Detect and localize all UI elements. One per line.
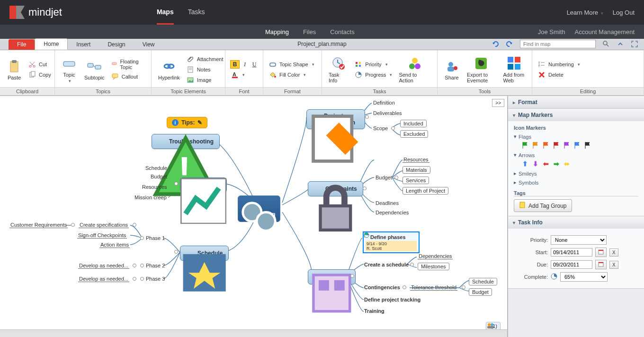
junction[interactable] [140, 236, 144, 240]
horizontal-scrollbar[interactable] [0, 329, 507, 337]
leaf-training[interactable]: Training [364, 308, 385, 314]
underline-button[interactable]: U [250, 60, 259, 69]
flag-orange-icon[interactable] [532, 142, 539, 149]
section-map-markers[interactable]: ▾Map Markers [508, 109, 644, 121]
priority-select[interactable]: None [551, 235, 607, 245]
junction[interactable] [391, 126, 395, 130]
collapse-panel-button[interactable]: >> [492, 99, 504, 107]
leaf-dev3[interactable]: Develop as needed... [78, 276, 129, 282]
learn-more-link[interactable]: Learn More ▾ [567, 9, 603, 16]
flag-black-icon[interactable] [584, 142, 591, 149]
flags-group[interactable]: ▾Flags [514, 133, 638, 140]
leaf-tracking-budget[interactable]: Budget [151, 174, 167, 179]
junction[interactable] [350, 274, 354, 278]
arrow-leftright-icon[interactable]: ⬌ [563, 160, 571, 168]
junction[interactable] [71, 223, 75, 227]
flag-green-icon[interactable] [521, 142, 529, 149]
junction[interactable] [410, 263, 414, 266]
leaf-dev2[interactable]: Develop as needed... [78, 263, 129, 269]
leaf-phase3[interactable]: Phase 3 [146, 276, 165, 282]
junction[interactable] [174, 182, 178, 186]
node-tracking[interactable]: Tracking [180, 177, 227, 193]
arrows-group[interactable]: ▾Arrows [514, 152, 638, 158]
nav-maps[interactable]: Maps [157, 0, 174, 25]
node-planning[interactable]: Planning [308, 269, 356, 284]
tab-insert[interactable]: Insert [68, 39, 99, 50]
leaf-create-schedule[interactable]: Create a schedule [364, 262, 409, 267]
flag-darkorange-icon[interactable] [542, 142, 550, 149]
leaf-contingencies[interactable]: Contingencies [364, 284, 400, 290]
share-button[interactable]: Share [442, 58, 461, 81]
priority-button[interactable]: Priority▾ [354, 60, 393, 69]
account-link[interactable]: Account Management [575, 28, 635, 35]
section-task-info[interactable]: ▾Task Info [508, 216, 644, 229]
leaf-materials[interactable]: Materials [402, 166, 430, 174]
leaf-deliverables[interactable]: Deliverables [373, 110, 402, 116]
flag-purple-icon[interactable] [563, 142, 571, 149]
floating-topic-button[interactable]: Floating Topic [110, 58, 146, 71]
add-tag-group-button[interactable]: Add Tag Group [514, 199, 572, 212]
due-cal-button[interactable] [595, 260, 607, 269]
evernote-button[interactable]: Export to Evernote [465, 55, 497, 84]
node-define-phases[interactable]: Define phases 9/14 - 9/20 R. Scott [363, 231, 420, 253]
leaf-deadlines[interactable]: Deadlines [376, 200, 399, 206]
send-to-action-button[interactable]: Send to Action [397, 55, 432, 84]
arrow-left-icon[interactable]: ⬅ [542, 160, 550, 168]
section-format[interactable]: ▸Format [508, 96, 644, 108]
junction[interactable] [133, 277, 136, 281]
node-central[interactable]: Project Plan [238, 195, 280, 222]
leaf-action-items[interactable]: Action items [99, 242, 130, 248]
leaf-excluded[interactable]: Excluded [400, 130, 428, 138]
junction[interactable] [402, 285, 406, 289]
mindmap-canvas[interactable]: iTips:✎ !Troubleshooting Tracking Schedu… [0, 96, 508, 337]
tab-file[interactable]: File [9, 39, 35, 50]
leaf-create-spec[interactable]: Create specifications [79, 222, 129, 228]
search-input[interactable] [520, 40, 596, 48]
leaf-tracking-mission[interactable]: Mission creep [134, 195, 167, 200]
leaf-length[interactable]: Length of Project [402, 187, 448, 195]
bold-button[interactable]: B [230, 60, 240, 69]
leaf-tol-budget[interactable]: Budget [469, 288, 492, 296]
leaf-included[interactable]: Included [400, 120, 427, 127]
progress-button[interactable]: Progress▾ [354, 71, 393, 79]
undo-icon[interactable] [492, 40, 499, 48]
leaf-scope[interactable]: Scope [373, 125, 388, 131]
cut-button[interactable]: Cut [27, 60, 52, 69]
leaf-phase1[interactable]: Phase 1 [146, 235, 165, 241]
nav-tasks[interactable]: Tasks [188, 0, 205, 25]
junction[interactable] [174, 250, 178, 254]
leaf-phase2[interactable]: Phase 2 [146, 263, 165, 268]
leaf-tolerance[interactable]: Tolerance threshold [410, 284, 457, 291]
topic-shape-button[interactable]: Topic Shape▾ [268, 60, 315, 69]
tips-callout[interactable]: iTips:✎ [167, 117, 207, 128]
symbols-group[interactable]: ▸Symbols [514, 179, 638, 186]
leaf-resources[interactable]: Resources [402, 157, 429, 163]
subnav-files[interactable]: Files [303, 28, 316, 35]
leaf-tracking-schedule[interactable]: Schedule [145, 165, 167, 171]
leaf-plan-dep[interactable]: Dependencies [418, 253, 453, 259]
subnav-mapping[interactable]: Mapping [265, 28, 289, 35]
user-name[interactable]: Joe Smith [538, 28, 565, 35]
attachment-button[interactable]: Attachment [186, 55, 224, 63]
subtopic-button[interactable]: Subtopic [82, 58, 107, 81]
image-button[interactable]: Image [186, 76, 224, 84]
logout-link[interactable]: Log Out [613, 9, 635, 16]
add-from-web-button[interactable]: Add from Web [501, 55, 527, 84]
junction[interactable] [462, 285, 465, 289]
copy-button[interactable]: Copy [27, 71, 52, 79]
arrow-up-icon[interactable]: ⬆ [521, 160, 529, 168]
leaf-tracking-resources[interactable]: Resources [142, 184, 167, 190]
leaf-cust-req[interactable]: Customer Requirements [9, 222, 68, 228]
notes-button[interactable]: Notes [186, 65, 224, 74]
hyperlink-button[interactable]: Hyperlink [156, 58, 182, 81]
topic-button[interactable]: Topic▾ [60, 55, 79, 84]
italic-button[interactable]: I [241, 60, 249, 69]
node-project-description[interactable]: Project Description [306, 109, 365, 129]
junction[interactable] [363, 186, 367, 190]
arrow-right-icon[interactable]: ➡ [553, 160, 560, 168]
delete-button[interactable]: Delete [537, 71, 581, 79]
start-cal-button[interactable] [595, 248, 607, 257]
flag-blue-icon[interactable] [573, 142, 581, 149]
fill-color-button[interactable]: Fill Color▾ [268, 71, 315, 79]
junction[interactable] [365, 115, 369, 119]
